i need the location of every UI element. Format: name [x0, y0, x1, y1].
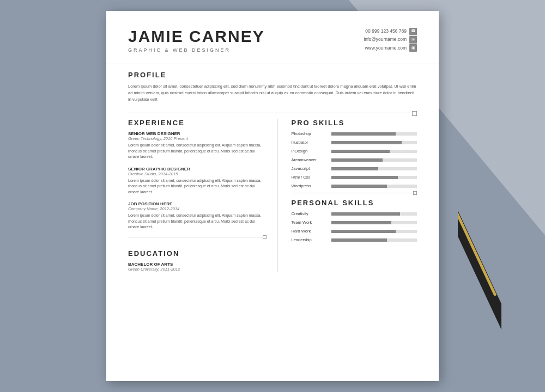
header-contact: 00 999 123 456 789 ☎ info@yourname.com ✉…	[364, 27, 417, 52]
candidate-name: JAMIE CARNEY	[128, 27, 265, 46]
personal-skill-leadership: Leadership	[292, 237, 417, 242]
skill-name-creativity: Creativity	[292, 211, 327, 216]
skill-name-indesign: InDesign	[292, 149, 327, 154]
left-column: EXPERIENCE SENIOR WEB DESIGNER Green Tec…	[128, 119, 278, 272]
pro-skill-areamweaver: Areamweaver	[292, 157, 417, 162]
exp-desc-1: Lorem ipsum dolor sit amet, consectetur …	[128, 143, 267, 160]
skill-name-htmlcss: Html / Css	[292, 175, 327, 180]
experience-title: EXPERIENCE	[128, 119, 267, 127]
skill-name-illustrator: Illustrator	[292, 140, 327, 145]
edu-school-1: Green University, 2011-2012	[128, 267, 267, 272]
skill-bar-bg-javascript	[331, 167, 417, 170]
skill-bar-fill-creativity	[331, 212, 400, 216]
skill-bar-fill-areamweaver	[331, 158, 383, 162]
exp-desc-2: Lorem ipsum dolor sit amet, consectetur …	[128, 178, 267, 195]
skill-name-javascript: Javascript	[292, 166, 327, 171]
email-text: info@yourname.com	[364, 35, 407, 44]
exp-item-2: SENIOR GRAPHIC DESIGNER Creative Studio,…	[128, 167, 267, 195]
exp-job-title-2: SENIOR GRAPHIC DESIGNER	[128, 167, 267, 171]
exp-company-2: Creative Studio, 2014-2015	[128, 171, 267, 176]
skill-bar-bg-areamweaver	[331, 158, 417, 162]
skill-bar-bg-creativity	[331, 212, 417, 216]
skill-bar-bg-hardwork	[331, 230, 417, 233]
skill-bar-fill-wordpress	[331, 185, 387, 188]
two-column-layout: EXPERIENCE SENIOR WEB DESIGNER Green Tec…	[106, 119, 439, 272]
pro-skill-indesign: InDesign	[292, 149, 417, 154]
exp-job-title-1: SENIOR WEB DESIGNER	[128, 131, 267, 136]
skill-name-hardwork: Hard Work	[292, 229, 327, 234]
skill-bar-fill-hardwork	[331, 230, 396, 233]
divider-square	[263, 235, 267, 239]
resume-header: JAMIE CARNEY GRAPHIC & WEB DESIGNER 00 9…	[106, 11, 439, 64]
profile-text: Lorem ipsum dolor sit amet, consectetuer…	[128, 83, 417, 103]
monitor-icon: ▣	[409, 44, 417, 52]
skill-bar-fill-teamwork	[331, 221, 391, 224]
profile-section: PROFILE Lorem ipsum dolor sit amet, cons…	[106, 64, 439, 107]
exp-company-3: Company Name, 2012-2014	[128, 206, 267, 211]
exp-item-3: JOB POSITION HERE Company Name, 2012-201…	[128, 201, 267, 230]
email-icon: ✉	[409, 36, 417, 44]
divider-square-2	[413, 191, 417, 195]
phone-row: 00 999 123 456 789 ☎	[364, 27, 417, 35]
pro-skill-illustrator: Illustrator	[292, 140, 417, 145]
profile-title: PROFILE	[128, 71, 417, 79]
skill-name-leadership: Leadership	[292, 237, 327, 242]
right-column: PRO SKILLS Photoshop Illustrator InDesig…	[289, 119, 417, 272]
phone-text: 00 999 123 456 789	[365, 27, 407, 35]
website-row: www.yourname.com ▣	[364, 44, 417, 52]
skill-name-areamweaver: Areamweaver	[292, 157, 327, 162]
education-title: EDUCATION	[128, 249, 267, 258]
skill-bar-fill-photoshop	[331, 132, 396, 136]
divider-after-profile	[106, 107, 439, 119]
skill-bar-bg-photoshop	[331, 132, 417, 136]
edu-degree-1: BACHELOR OF ARTS	[128, 262, 267, 267]
candidate-title: GRAPHIC & WEB DESIGNER	[128, 47, 265, 53]
skill-name-wordpress: Wordpress	[292, 183, 327, 188]
personal-skill-teamwork: Team Work	[292, 220, 417, 225]
exp-company-1: Green Technology, 2016-Present	[128, 136, 267, 141]
resume-document: JAMIE CARNEY GRAPHIC & WEB DESIGNER 00 9…	[106, 11, 439, 381]
skill-bar-fill-illustrator	[331, 141, 402, 144]
pro-skills-title: PRO SKILLS	[292, 119, 417, 127]
svg-rect-0	[458, 204, 501, 332]
svg-rect-1	[458, 206, 496, 296]
divider-line	[128, 113, 417, 113]
personal-skill-hardwork: Hard Work	[292, 229, 417, 234]
pen-svg	[458, 167, 501, 373]
website-text: www.yourname.com	[365, 44, 407, 52]
exp-job-title-3: JOB POSITION HERE	[128, 201, 267, 206]
skill-bar-bg-leadership	[331, 238, 417, 242]
skill-bar-bg-htmlcss	[331, 176, 417, 179]
skill-name-teamwork: Team Work	[292, 220, 327, 225]
divider-before-personal	[292, 193, 417, 193]
skill-bar-fill-indesign	[331, 150, 390, 153]
skill-bar-bg-illustrator	[331, 141, 417, 144]
pro-skill-wordpress: Wordpress	[292, 183, 417, 188]
email-row: info@yourname.com ✉	[364, 35, 417, 44]
divider-before-education	[128, 237, 267, 237]
skill-bar-bg-indesign	[331, 150, 417, 153]
skill-bar-fill-leadership	[331, 238, 387, 242]
pro-skill-javascript: Javascript	[292, 166, 417, 171]
pro-skill-htmlcss: Html / Css	[292, 175, 417, 180]
education-section: EDUCATION BACHELOR OF ARTS Green Univers…	[128, 243, 267, 272]
exp-desc-3: Lorem ipsum dolor sit amet, consectetur …	[128, 213, 267, 230]
personal-skill-creativity: Creativity	[292, 211, 417, 216]
personal-skills-title: PERSONAL SKILLS	[292, 199, 417, 207]
skill-bar-fill-javascript	[331, 167, 379, 170]
phone-icon: ☎	[409, 28, 417, 35]
skill-bar-bg-wordpress	[331, 185, 417, 188]
header-left: JAMIE CARNEY GRAPHIC & WEB DESIGNER	[128, 27, 265, 53]
skill-bar-bg-teamwork	[331, 221, 417, 224]
skill-name-photoshop: Photoshop	[292, 131, 327, 136]
skill-bar-fill-htmlcss	[331, 176, 398, 179]
pen-decoration	[458, 167, 501, 376]
pro-skill-photoshop: Photoshop	[292, 131, 417, 136]
exp-item-1: SENIOR WEB DESIGNER Green Technology, 20…	[128, 131, 267, 160]
